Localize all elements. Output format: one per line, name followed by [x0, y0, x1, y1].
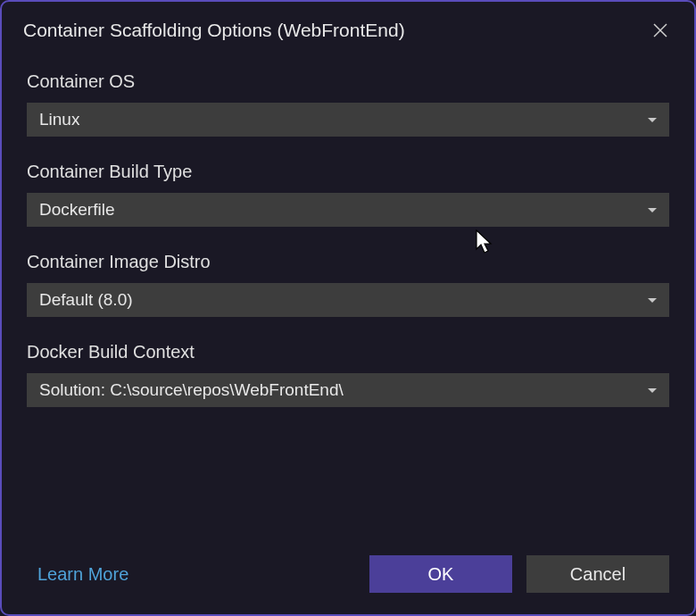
container-image-distro-field: Container Image Distro Default (8.0): [27, 252, 669, 317]
docker-build-context-label: Docker Build Context: [27, 342, 669, 362]
container-os-dropdown[interactable]: Linux: [27, 103, 669, 137]
chevron-down-icon: [648, 388, 657, 393]
ok-button[interactable]: OK: [369, 555, 512, 593]
titlebar: Container Scaffolding Options (WebFrontE…: [2, 2, 694, 54]
scaffolding-options-dialog: Container Scaffolding Options (WebFrontE…: [0, 0, 696, 616]
container-build-type-dropdown[interactable]: Dockerfile: [27, 193, 669, 227]
dialog-content: Container OS Linux Container Build Type …: [2, 54, 694, 555]
close-icon: [652, 22, 668, 38]
docker-build-context-field: Docker Build Context Solution: C:\source…: [27, 342, 669, 407]
container-image-distro-dropdown[interactable]: Default (8.0): [27, 283, 669, 317]
container-build-type-field: Container Build Type Dockerfile: [27, 162, 669, 227]
dialog-footer: Learn More OK Cancel: [2, 555, 694, 614]
container-os-label: Container OS: [27, 71, 669, 92]
close-button[interactable]: [648, 18, 673, 43]
container-os-field: Container OS Linux: [27, 71, 669, 137]
dialog-title: Container Scaffolding Options (WebFrontE…: [23, 20, 405, 41]
docker-build-context-value: Solution: C:\source\repos\WebFrontEnd\: [39, 380, 344, 400]
chevron-down-icon: [648, 298, 657, 303]
footer-buttons: OK Cancel: [369, 555, 669, 593]
docker-build-context-dropdown[interactable]: Solution: C:\source\repos\WebFrontEnd\: [27, 373, 669, 407]
container-image-distro-value: Default (8.0): [39, 290, 133, 310]
chevron-down-icon: [648, 208, 657, 212]
container-os-value: Linux: [39, 110, 79, 129]
cancel-button[interactable]: Cancel: [526, 555, 669, 593]
chevron-down-icon: [648, 118, 657, 122]
container-build-type-value: Dockerfile: [39, 200, 114, 220]
container-image-distro-label: Container Image Distro: [27, 252, 669, 272]
learn-more-link[interactable]: Learn More: [37, 564, 128, 585]
container-build-type-label: Container Build Type: [27, 162, 669, 182]
